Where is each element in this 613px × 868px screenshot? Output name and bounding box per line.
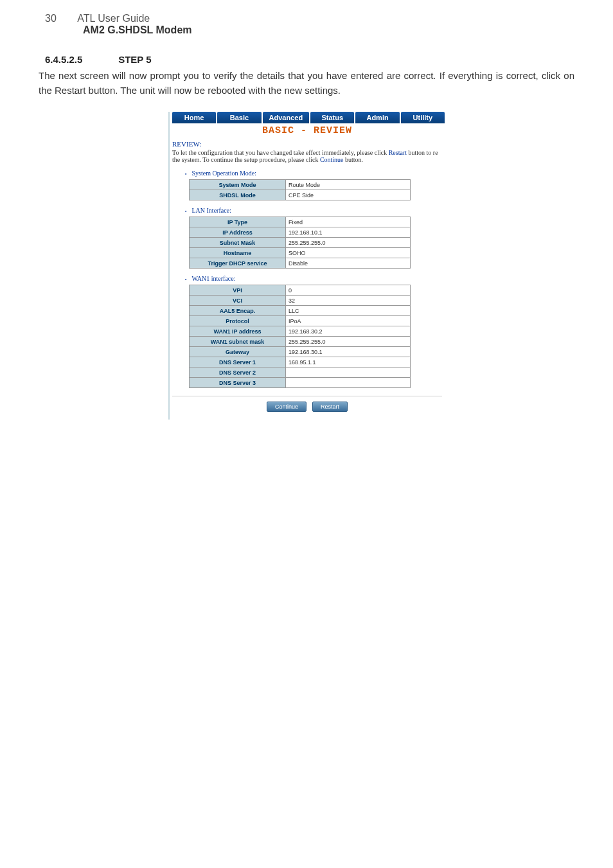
label-aal5-encap: AAL5 Encap. bbox=[190, 306, 286, 316]
lan-interface-heading: LAN Interface: bbox=[185, 207, 445, 214]
table-row: WAN1 IP address192.168.30.2 bbox=[190, 326, 411, 337]
label-vci: VCI bbox=[190, 296, 286, 306]
table-row: VPI0 bbox=[190, 285, 411, 296]
tab-utility[interactable]: Utility bbox=[401, 112, 445, 123]
value-shdsl-mode: CPE Side bbox=[286, 190, 411, 200]
value-ip-address: 192.168.10.1 bbox=[286, 227, 411, 238]
continue-button[interactable]: Continue bbox=[267, 402, 306, 412]
value-vpi: 0 bbox=[286, 285, 411, 296]
value-system-mode: Route Mode bbox=[286, 180, 411, 190]
label-subnet-mask: Subnet Mask bbox=[190, 238, 286, 248]
tab-status[interactable]: Status bbox=[310, 112, 354, 123]
page-title: BASIC - REVIEW bbox=[170, 125, 445, 136]
continue-inline-link[interactable]: Continue bbox=[320, 156, 344, 163]
value-hostname: SOHO bbox=[286, 248, 411, 258]
section-body: The next screen will now prompt you to v… bbox=[39, 69, 574, 98]
value-vci: 32 bbox=[286, 296, 411, 306]
review-text: To let the configuration that you have c… bbox=[172, 149, 442, 163]
value-dns2 bbox=[286, 368, 411, 378]
restart-inline-link[interactable]: Restart bbox=[389, 149, 407, 156]
section-title: STEP 5 bbox=[118, 54, 151, 65]
separator bbox=[172, 396, 442, 396]
label-shdsl-mode: SHDSL Mode bbox=[190, 190, 286, 200]
page-number: 30 bbox=[45, 13, 57, 24]
label-wan1-subnet: WAN1 subnet mask bbox=[190, 337, 286, 347]
tab-home[interactable]: Home bbox=[172, 112, 216, 123]
tab-admin[interactable]: Admin bbox=[355, 112, 399, 123]
label-wan1-ip: WAN1 IP address bbox=[190, 326, 286, 337]
value-protocol: IPoA bbox=[286, 316, 411, 326]
table-row: System Mode Route Mode bbox=[190, 180, 411, 190]
label-protocol: Protocol bbox=[190, 316, 286, 326]
guide-title: ATL User Guide bbox=[77, 13, 150, 24]
table-row: Gateway192.168.30.1 bbox=[190, 347, 411, 357]
label-dns1: DNS Server 1 bbox=[190, 357, 286, 368]
nav-tabs: Home Basic Advanced Status Admin Utility bbox=[172, 112, 445, 123]
table-row: Trigger DHCP serviceDisable bbox=[190, 258, 411, 269]
restart-button[interactable]: Restart bbox=[312, 402, 348, 412]
wan1-interface-heading: WAN1 interface: bbox=[185, 275, 445, 282]
table-row: VCI32 bbox=[190, 296, 411, 306]
value-dns3 bbox=[286, 378, 411, 388]
value-trigger-dhcp: Disable bbox=[286, 258, 411, 269]
table-row: SHDSL Mode CPE Side bbox=[190, 190, 411, 200]
section-heading: 6.4.5.2.5 STEP 5 bbox=[45, 54, 568, 65]
table-row: DNS Server 2 bbox=[190, 368, 411, 378]
value-dns1: 168.95.1.1 bbox=[286, 357, 411, 368]
table-row: WAN1 subnet mask255.255.255.0 bbox=[190, 337, 411, 347]
label-dns2: DNS Server 2 bbox=[190, 368, 286, 378]
table-row: AAL5 Encap.LLC bbox=[190, 306, 411, 316]
tab-advanced[interactable]: Advanced bbox=[263, 112, 310, 123]
label-gateway: Gateway bbox=[190, 347, 286, 357]
action-buttons: Continue Restart bbox=[170, 402, 445, 412]
tab-basic[interactable]: Basic bbox=[217, 112, 261, 123]
table-row: DNS Server 1168.95.1.1 bbox=[190, 357, 411, 368]
label-ip-type: IP Type bbox=[190, 217, 286, 227]
modem-ui-panel: Home Basic Advanced Status Admin Utility… bbox=[168, 112, 445, 420]
system-table: System Mode Route Mode SHDSL Mode CPE Si… bbox=[189, 179, 411, 200]
value-gateway: 192.168.30.1 bbox=[286, 347, 411, 357]
table-row: IP Address192.168.10.1 bbox=[190, 227, 411, 238]
table-row: HostnameSOHO bbox=[190, 248, 411, 258]
review-text-part-1: To let the configuration that you have c… bbox=[172, 149, 389, 156]
label-hostname: Hostname bbox=[190, 248, 286, 258]
table-row: ProtocolIPoA bbox=[190, 316, 411, 326]
value-wan1-subnet: 255.255.255.0 bbox=[286, 337, 411, 347]
table-row: IP TypeFixed bbox=[190, 217, 411, 227]
table-row: Subnet Mask255.255.255.0 bbox=[190, 238, 411, 248]
wan-table: VPI0 VCI32 AAL5 Encap.LLC ProtocolIPoA W… bbox=[189, 285, 411, 388]
review-text-part-3: button. bbox=[344, 156, 364, 163]
value-aal5-encap: LLC bbox=[286, 306, 411, 316]
label-trigger-dhcp: Trigger DHCP service bbox=[190, 258, 286, 269]
lan-table: IP TypeFixed IP Address192.168.10.1 Subn… bbox=[189, 217, 411, 269]
label-dns3: DNS Server 3 bbox=[190, 378, 286, 388]
table-row: DNS Server 3 bbox=[190, 378, 411, 388]
label-ip-address: IP Address bbox=[190, 227, 286, 238]
value-ip-type: Fixed bbox=[286, 217, 411, 227]
review-heading: REVIEW: bbox=[172, 140, 445, 148]
system-operation-mode-heading: System Operation Mode: bbox=[185, 170, 445, 177]
label-system-mode: System Mode bbox=[190, 180, 286, 190]
model-title: AM2 G.SHDSL Modem bbox=[83, 24, 568, 36]
value-subnet-mask: 255.255.255.0 bbox=[286, 238, 411, 248]
value-wan1-ip: 192.168.30.2 bbox=[286, 326, 411, 337]
label-vpi: VPI bbox=[190, 285, 286, 296]
section-number: 6.4.5.2.5 bbox=[45, 54, 116, 65]
